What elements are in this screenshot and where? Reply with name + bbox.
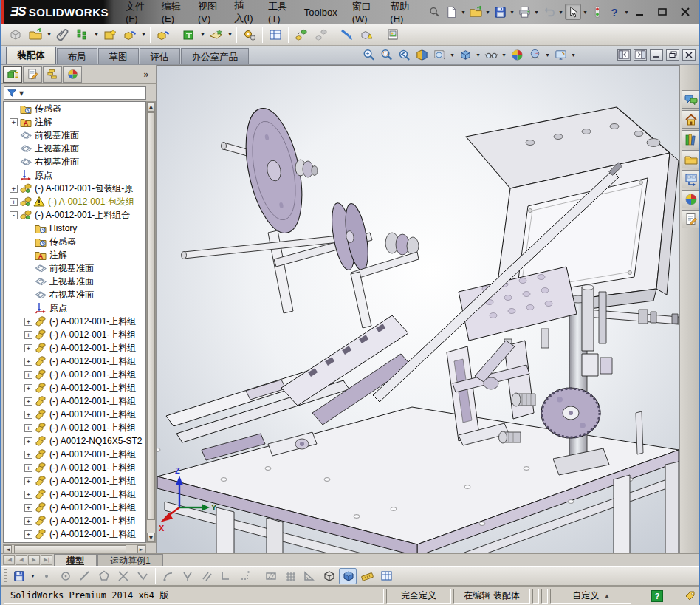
expand-toggle[interactable]: + — [24, 517, 32, 525]
selection-filter-icon[interactable] — [589, 4, 605, 20]
tree-row[interactable]: +(-) A-0012-001-上料组 — [4, 421, 145, 434]
tree-row[interactable]: +(-) A0012-NQ16X5-ST2 — [4, 434, 145, 448]
tag-icon[interactable] — [684, 590, 696, 602]
expand-toggle[interactable]: + — [24, 451, 32, 459]
snap-corner-icon[interactable] — [217, 568, 235, 584]
tree-row-warning[interactable]: +(-) A-0012-001-包装组 — [4, 195, 145, 208]
assembly-features-icon[interactable] — [179, 25, 199, 44]
tree-filter-bar[interactable]: ▼ — [4, 86, 146, 100]
tree-row[interactable]: +注解 — [4, 115, 145, 129]
select-tool-button[interactable] — [565, 4, 581, 20]
forum-icon[interactable] — [682, 90, 700, 109]
tab-model[interactable]: 模型 — [54, 554, 97, 566]
scroll-left-arrow[interactable]: ◄ — [4, 545, 12, 553]
nav-prev-button[interactable]: ◀ — [16, 555, 27, 565]
view-orientation-icon[interactable] — [431, 47, 447, 63]
tree-row[interactable]: +(-) A-0012-001-上料组 — [4, 341, 145, 355]
appearances-scenes-icon[interactable] — [682, 190, 700, 208]
previous-view-icon[interactable] — [396, 47, 412, 63]
expand-toggle[interactable]: + — [24, 411, 32, 419]
take-snapshot-icon[interactable] — [383, 25, 402, 44]
menu-toolbox[interactable]: Toolbox — [298, 4, 344, 21]
collapse-pane-left-icon[interactable] — [617, 49, 631, 61]
vertical-scroll-thumb[interactable] — [147, 112, 155, 520]
explode-line-sketch-icon[interactable] — [312, 25, 331, 44]
expand-toggle[interactable]: + — [10, 118, 18, 126]
collapse-pane-right-icon[interactable] — [634, 49, 647, 61]
tree-row[interactable]: 传感器 — [4, 235, 145, 248]
expand-toggle[interactable]: + — [24, 437, 32, 445]
insert-components-caret[interactable]: ▾ — [46, 31, 52, 38]
expand-toggle[interactable]: + — [24, 384, 32, 392]
section-view-icon[interactable] — [414, 47, 430, 63]
tree-row[interactable]: 注解 — [4, 248, 145, 262]
expand-toggle[interactable]: + — [24, 397, 32, 406]
view-settings-icon[interactable] — [552, 47, 569, 63]
update-speedpak-icon[interactable] — [357, 25, 377, 44]
open-button[interactable] — [467, 4, 484, 20]
tree-row[interactable]: +(-) A-0012-001-上料组 — [4, 381, 145, 394]
snap-parallel-icon[interactable] — [198, 568, 216, 584]
solidworks-resources-icon[interactable] — [682, 110, 700, 129]
doc-minimize-button[interactable] — [650, 49, 663, 61]
snap-perpendicular-icon[interactable] — [179, 568, 196, 584]
scroll-right-arrow[interactable]: ► — [137, 545, 145, 553]
tree-row[interactable]: +(-) A-0012-001-上料组 — [4, 408, 145, 421]
tree-row[interactable]: 传感器 — [4, 102, 145, 115]
edit-appearance-icon[interactable] — [509, 47, 525, 63]
tree-row[interactable]: 前视基准面 — [4, 129, 145, 142]
tab-evaluate[interactable]: 评估 — [140, 48, 180, 64]
tab-sketch[interactable]: 草图 — [98, 48, 139, 64]
tree-row[interactable]: +(-) A-0012-001-上料组 — [4, 328, 145, 341]
print-button[interactable] — [516, 4, 532, 20]
expand-toggle[interactable]: + — [10, 185, 18, 193]
snap-hatch-icon[interactable] — [262, 568, 280, 584]
undo-caret[interactable]: ▾ — [557, 9, 564, 16]
expand-toggle[interactable]: + — [24, 344, 32, 352]
move-component-icon[interactable] — [120, 25, 140, 44]
expand-toggle[interactable]: + — [24, 491, 32, 499]
reference-geometry-icon[interactable] — [207, 25, 226, 44]
tree-row[interactable]: -(-) A-0012-001-上料组合 — [4, 208, 145, 222]
horizontal-scroll-thumb[interactable] — [14, 545, 126, 553]
tree-row[interactable]: 前视基准面 — [4, 262, 145, 275]
snap-point-icon[interactable] — [38, 568, 55, 584]
tree-vertical-scrollbar[interactable]: ▲ ▼ — [146, 101, 156, 543]
tree-row[interactable]: 上视基准面 — [4, 142, 145, 155]
quick-tips-help-button[interactable]: ? — [651, 590, 663, 602]
tree-row[interactable]: +(-) A-0012-001-上料组 — [4, 514, 145, 527]
close-button[interactable] — [676, 4, 694, 19]
tree-row[interactable]: 上视基准面 — [4, 275, 145, 288]
tab-layout[interactable]: 布局 — [57, 48, 97, 64]
tree-row[interactable]: +(-) A-0012-001-上料组 — [4, 527, 145, 541]
tree-row[interactable]: +(-) A-0012-001-上料组 — [4, 368, 145, 381]
expand-toggle[interactable]: + — [24, 331, 32, 339]
tab-motion-study[interactable]: 运动算例1 — [97, 554, 163, 566]
featuremanager-tree-tab[interactable] — [3, 66, 22, 83]
help-caret[interactable]: ▾ — [623, 9, 630, 16]
measure-icon[interactable] — [358, 568, 376, 584]
expand-toggle[interactable]: + — [24, 318, 32, 326]
table-icon[interactable] — [377, 568, 395, 584]
snap-grid-icon[interactable] — [281, 568, 299, 584]
undo-button[interactable] — [541, 4, 557, 20]
tree-row[interactable]: +(-) A-0012-001-上料组 — [4, 315, 145, 328]
tree-row[interactable]: +(-) A-0012-001-上料组 — [4, 501, 145, 514]
show-hidden-components-icon[interactable] — [154, 25, 173, 44]
view-palette-icon[interactable] — [682, 170, 700, 188]
tree-row[interactable]: 右视基准面 — [4, 288, 145, 301]
propertymanager-tab[interactable] — [23, 66, 42, 83]
tree-row[interactable]: +(-) A-0012-001-上料组 — [4, 474, 145, 488]
linear-component-pattern-icon[interactable] — [73, 25, 92, 44]
apply-scene-caret[interactable]: ▾ — [544, 52, 551, 58]
angle-snap-icon[interactable] — [301, 568, 318, 584]
snap-polygon-icon[interactable] — [95, 568, 113, 584]
snap-dotted-icon[interactable] — [236, 568, 254, 584]
new-document-button[interactable] — [443, 4, 459, 20]
expand-toggle[interactable]: + — [10, 198, 18, 206]
help-button[interactable]: ? — [606, 4, 622, 20]
minimize-button[interactable] — [630, 4, 648, 19]
status-custom[interactable]: 自定义 ▲ — [550, 589, 631, 604]
view-orientation-caret[interactable]: ▾ — [449, 52, 456, 58]
new-motion-study-icon[interactable] — [240, 25, 259, 44]
